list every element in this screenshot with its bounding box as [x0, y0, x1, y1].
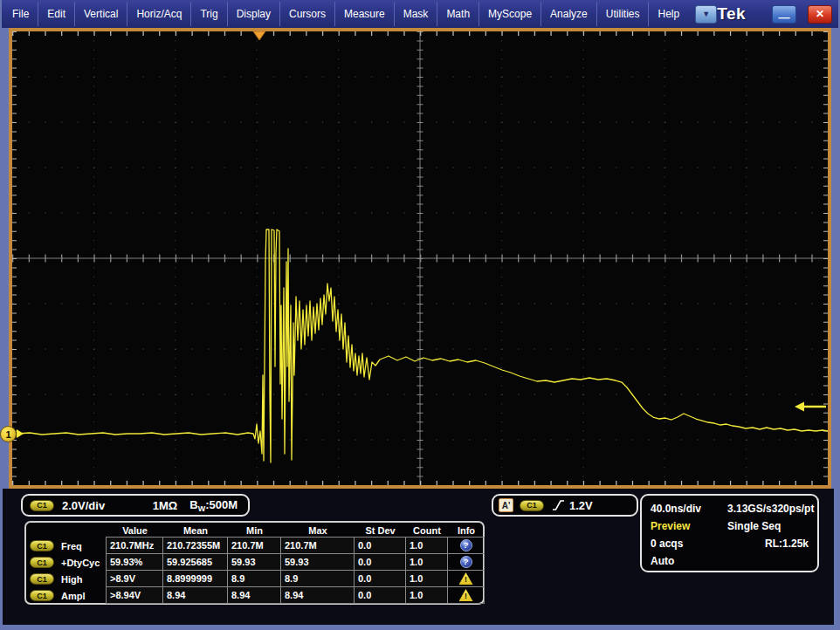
channel-1-trace	[17, 229, 828, 462]
question-info-icon[interactable]: ?	[460, 539, 472, 551]
measurement-max: 59.93	[280, 553, 355, 571]
warning-icon[interactable]: !	[459, 589, 473, 601]
menu-trig[interactable]: Trig	[190, 2, 226, 26]
measurement-stdev: 0.0	[354, 570, 406, 587]
trigger-source-badge: A'	[499, 498, 513, 512]
column-header: Mean	[163, 525, 228, 536]
measurement-value: 210.7MHz	[106, 537, 163, 554]
menu-mask[interactable]: Mask	[394, 2, 437, 26]
trigger-channel-badge: C1	[520, 500, 544, 511]
close-button[interactable]: ✕	[808, 5, 832, 24]
measurement-row: C1+DtyCyc59.93%59.92568559.9359.930.01.0…	[28, 554, 481, 571]
measurement-row: C1High>8.9V8.89999998.98.90.01.0!	[28, 571, 481, 587]
measurement-count: 1.0	[405, 570, 448, 587]
waveform-display[interactable]	[9, 28, 831, 489]
channel-badge: C1	[30, 540, 54, 551]
measurement-value: >8.9V	[106, 570, 163, 587]
measurement-count: 1.0	[405, 586, 448, 604]
measurement-min: 8.9	[227, 570, 281, 587]
column-header: Value	[107, 525, 163, 536]
measurement-stdev: 0.0	[354, 537, 406, 554]
menu-file[interactable]: File	[3, 2, 38, 26]
measurement-max: 210.7M	[280, 537, 355, 554]
measurement-count: 1.0	[405, 537, 448, 554]
measurement-table-header: ValueMeanMinMaxSt DevCountInfo	[28, 524, 481, 538]
minimize-button[interactable]: —	[772, 5, 796, 24]
sample-resolution: 320ps/pt	[772, 503, 815, 515]
tek-logo: Tek	[717, 4, 746, 24]
menu-measure[interactable]: Measure	[334, 2, 394, 26]
chevron-down-icon: ▼	[702, 10, 710, 18]
menu-display[interactable]: Display	[227, 2, 279, 26]
channel-readout-panel[interactable]: C1 2.0V/div 1MΩ BW:500M	[21, 494, 250, 517]
acquisition-count: 0 acqs	[651, 538, 683, 550]
acquisition-mode: Single Seq	[727, 520, 781, 532]
trigger-level: 1.2V	[569, 499, 593, 512]
titlebar: FileEditVerticalHoriz/AcqTrigDisplayCurs…	[2, 0, 838, 28]
measurement-stdev: 0.0	[354, 553, 406, 571]
menu-analyze[interactable]: Analyze	[540, 2, 596, 26]
menu-overflow-button[interactable]: ▼	[695, 5, 717, 24]
preview-status: Preview	[651, 520, 727, 532]
channel-badge: C1	[30, 573, 54, 585]
menu-vertical[interactable]: Vertical	[74, 2, 127, 26]
close-icon: ✕	[816, 8, 824, 20]
trigger-mode: Auto	[651, 555, 674, 567]
measurement-count: 1.0	[405, 553, 448, 571]
measurement-mean: 8.8999999	[162, 570, 228, 587]
measurement-name: C1High	[28, 571, 107, 587]
measurement-name: C1+DtyCyc	[28, 554, 107, 571]
measurement-row: C1Freq210.7MHz210.72355M210.7M210.7M0.01…	[28, 538, 481, 554]
measurement-max: 8.9	[280, 570, 355, 587]
menu-edit[interactable]: Edit	[38, 2, 74, 26]
menu-cursors[interactable]: Cursors	[279, 2, 334, 26]
menu-help[interactable]: Help	[648, 2, 688, 26]
column-header: Info	[448, 525, 485, 536]
menu-myscope[interactable]: MyScope	[479, 2, 540, 26]
timebase: 40.0ns/div	[651, 503, 727, 515]
measurement-min: 59.93	[227, 553, 281, 571]
oscilloscope-screen: { "titlebar": { "menus": ["File", "Edit"…	[0, 0, 840, 630]
measurement-value: 59.93%	[106, 553, 163, 571]
channel-badge: C1	[30, 500, 54, 511]
measurement-mean: 210.72355M	[162, 537, 228, 554]
trigger-position-marker[interactable]	[253, 31, 265, 40]
menu-math[interactable]: Math	[437, 2, 479, 26]
measurement-value: >8.94V	[106, 586, 163, 604]
channel-badge: C1	[30, 590, 54, 601]
measurement-mean: 59.925685	[162, 553, 228, 571]
column-header: St Dev	[355, 525, 406, 536]
measurement-rows: C1Freq210.7MHz210.72355M210.7M210.7M0.01…	[28, 538, 481, 604]
measurement-stdev: 0.0	[354, 586, 406, 604]
warning-icon[interactable]: !	[459, 572, 473, 585]
bandwidth-readout: BW:500M	[189, 498, 238, 513]
channel-badge: C1	[30, 557, 54, 568]
menu-horiz-acq[interactable]: Horiz/Acq	[127, 2, 190, 26]
sample-rate: 3.13GS/s	[727, 503, 772, 515]
column-header: Min	[228, 525, 281, 536]
channel-1-marker-arrow	[17, 429, 24, 438]
measurement-row: C1Ampl>8.94V8.948.948.940.01.0!	[28, 587, 481, 604]
measurement-name: C1Ampl	[28, 587, 107, 604]
input-impedance: 1MΩ	[153, 499, 177, 512]
readout-area: C1 2.0V/div 1MΩ BW:500M A' C1 1.2V 40.0n…	[3, 489, 834, 625]
record-length: RL:1.25k	[765, 538, 809, 550]
measurement-table[interactable]: ValueMeanMinMaxSt DevCountInfo C1Freq210…	[24, 521, 485, 605]
measurement-mean: 8.94	[162, 586, 228, 604]
menu-utilities[interactable]: Utilities	[596, 2, 649, 26]
rising-edge-icon	[552, 499, 565, 511]
measurement-name: C1Freq	[28, 538, 107, 554]
trigger-level-arrow[interactable]	[795, 402, 804, 412]
horizontal-readout-panel[interactable]: 40.0ns/div 3.13GS/s 320ps/pt Preview Sin…	[640, 494, 819, 572]
minimize-icon: —	[779, 12, 790, 23]
measurement-max: 8.94	[280, 586, 355, 604]
measurement-min: 210.7M	[227, 537, 281, 554]
column-header: Count	[406, 525, 448, 536]
question-info-icon[interactable]: ?	[460, 556, 472, 568]
graticule-svg	[12, 31, 828, 485]
channel-1-marker[interactable]: 1	[0, 426, 17, 442]
column-header: Max	[281, 525, 355, 536]
vertical-scale: 2.0V/div	[62, 499, 105, 512]
trigger-readout-panel[interactable]: A' C1 1.2V	[492, 494, 638, 517]
menu-list: FileEditVerticalHoriz/AcqTrigDisplayCurs…	[3, 2, 688, 26]
